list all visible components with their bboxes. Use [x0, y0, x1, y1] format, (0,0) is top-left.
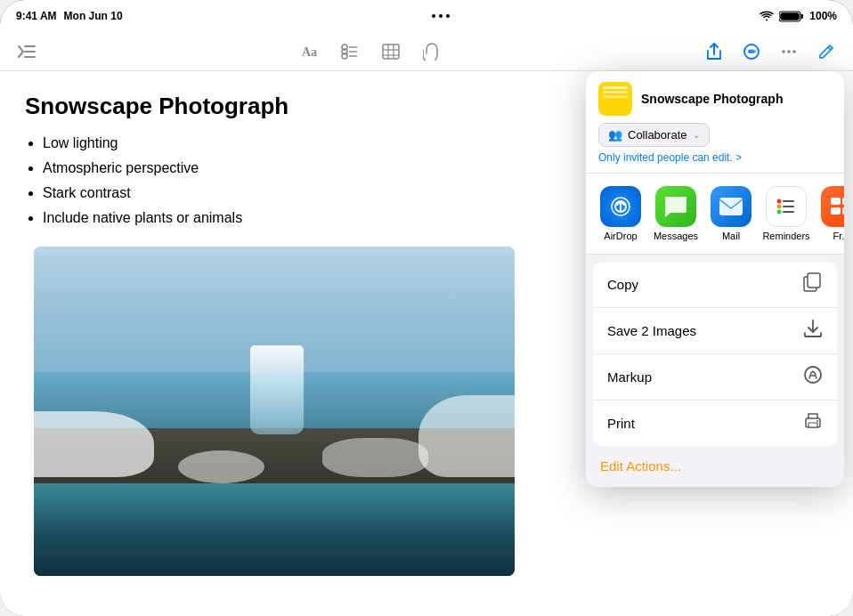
airdrop-icon [600, 186, 641, 227]
reminders-app[interactable]: Reminders [760, 186, 812, 241]
share-apps-row: AirDrop Messages [586, 174, 844, 255]
svg-point-25 [777, 199, 782, 204]
svg-rect-3 [781, 12, 800, 20]
ipad-frame: 9:41 AM Mon Jun 10 100% [0, 0, 853, 616]
collaborate-row: 👥 Collaborate ⌄ [598, 123, 832, 147]
toolbar-left [14, 39, 39, 64]
svg-rect-33 [831, 207, 841, 215]
collapse-icon[interactable] [14, 39, 39, 64]
svg-rect-11 [383, 45, 399, 59]
messages-icon [655, 186, 696, 227]
note-image [34, 247, 515, 576]
mail-app[interactable]: Mail [705, 186, 757, 241]
share-panel-title: Snowscape Photograph [641, 92, 783, 106]
only-invited-text[interactable]: Only invited people can edit. > [598, 151, 832, 164]
battery-icon [779, 11, 804, 22]
dot3 [446, 14, 450, 18]
print-icon [803, 411, 823, 435]
airdrop-app[interactable]: AirDrop [595, 186, 646, 241]
messages-app[interactable]: Messages [650, 186, 702, 241]
toolbar: Aa [0, 32, 853, 71]
markup-toolbar-icon[interactable]: ✏ [739, 39, 764, 64]
person-icon: 👥 [608, 128, 622, 142]
svg-rect-36 [808, 273, 820, 288]
svg-point-19 [787, 50, 791, 53]
share-actions: Copy Save 2 Images [593, 262, 837, 446]
print-action[interactable]: Print [593, 401, 837, 446]
share-icon[interactable] [702, 39, 727, 64]
svg-rect-40 [808, 423, 817, 427]
mail-label: Mail [722, 231, 740, 241]
main-content: Snowscape Photograph Low lighting Atmosp… [0, 71, 853, 616]
svg-point-20 [792, 50, 796, 53]
more-apps-icon [821, 186, 844, 227]
edit-actions[interactable]: Edit Actions... [586, 446, 844, 487]
checklist-icon[interactable] [337, 39, 362, 64]
share-panel-header: Snowscape Photograph 👥 Collaborate ⌄ Onl… [586, 71, 844, 174]
more-app[interactable]: Fr... [816, 186, 844, 241]
save-images-action[interactable]: Save 2 Images [593, 308, 837, 354]
toolbar-right: ✏ [702, 39, 839, 64]
markup-action[interactable]: Markup [593, 354, 837, 401]
date: Mon Jun 10 [64, 10, 123, 22]
battery-pct: 100% [809, 10, 837, 22]
svg-text:✏: ✏ [748, 46, 757, 57]
scene-snow-right [418, 395, 515, 478]
time: 9:41 AM [16, 10, 57, 22]
svg-point-27 [777, 210, 782, 215]
save-images-label: Save 2 Images [607, 323, 696, 338]
copy-icon [803, 272, 823, 296]
scene-snow-left [34, 411, 154, 477]
svg-text:Aa: Aa [302, 45, 317, 59]
attachment-icon[interactable] [419, 39, 444, 64]
svg-rect-24 [719, 198, 743, 215]
print-label: Print [607, 416, 635, 431]
scene-foreground-water [34, 483, 515, 576]
status-bar-right: 100% [760, 10, 837, 22]
text-format-icon[interactable]: Aa [297, 39, 321, 64]
scene-waterfall [250, 345, 304, 434]
collaborate-label: Collaborate [628, 128, 687, 142]
svg-rect-1 [801, 14, 804, 19]
mail-icon [711, 186, 751, 227]
svg-point-26 [777, 205, 782, 209]
save-icon [803, 319, 823, 343]
airdrop-label: AirDrop [604, 231, 637, 241]
toolbar-center: Aa [297, 39, 444, 64]
reminders-label: Reminders [762, 231, 809, 241]
copy-action[interactable]: Copy [593, 262, 837, 308]
svg-point-37 [805, 367, 821, 383]
copy-label: Copy [607, 277, 638, 292]
reminders-icon [766, 186, 807, 227]
svg-rect-31 [831, 198, 841, 205]
table-icon[interactable] [378, 39, 403, 64]
collaborate-button[interactable]: 👥 Collaborate ⌄ [598, 123, 710, 147]
dot2 [439, 14, 443, 18]
svg-point-18 [782, 50, 785, 53]
chevron-down-icon: ⌄ [693, 130, 700, 140]
compose-icon[interactable] [814, 39, 839, 64]
status-bar-center [432, 14, 450, 18]
messages-label: Messages [654, 231, 698, 241]
more-label: Fr... [833, 231, 844, 241]
more-toolbar-icon[interactable] [776, 39, 801, 64]
status-bar: 9:41 AM Mon Jun 10 100% [0, 0, 853, 32]
svg-rect-32 [842, 198, 844, 205]
markup-label: Markup [607, 369, 652, 385]
edit-actions-label: Edit Actions... [600, 458, 681, 474]
svg-point-41 [816, 420, 818, 422]
wifi-icon [760, 11, 774, 21]
status-bar-left: 9:41 AM Mon Jun 10 [16, 10, 123, 22]
svg-rect-34 [842, 207, 844, 215]
markup-action-icon [803, 365, 823, 389]
svg-line-21 [828, 47, 831, 50]
share-panel: Snowscape Photograph 👥 Collaborate ⌄ Onl… [586, 71, 844, 487]
note-icon [598, 82, 632, 116]
share-note-title-row: Snowscape Photograph [598, 82, 832, 116]
dot1 [432, 14, 435, 18]
